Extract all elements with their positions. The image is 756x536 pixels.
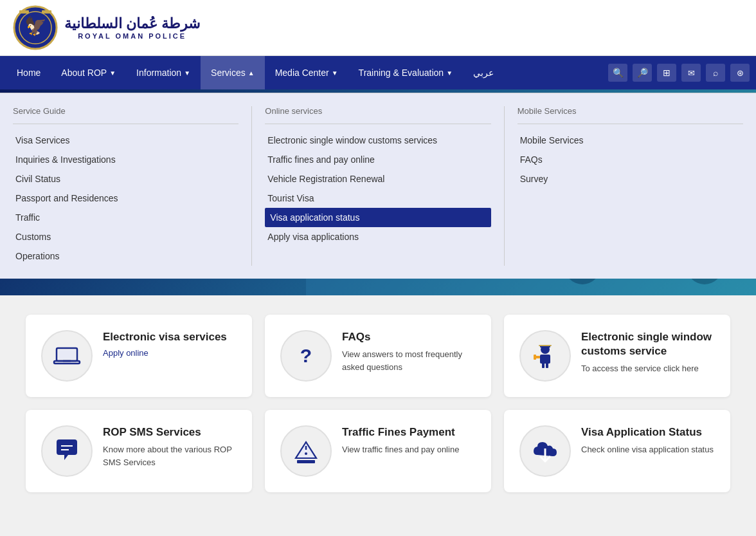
electronic-visa-info: Electronic visa services Apply online: [103, 330, 237, 358]
about-arrow-icon: ▼: [109, 69, 116, 77]
customs-title: Electronic single window customs service: [581, 330, 715, 358]
nav-information[interactable]: Information ▼: [126, 56, 201, 89]
training-arrow-icon: ▼: [446, 69, 453, 77]
sms-title: ROP SMS Services: [103, 425, 237, 439]
dropdown-col-service-guide: Service Guide Visa Services Inquiries & …: [0, 106, 252, 266]
dropdown-col2-header: Online services: [265, 106, 491, 124]
dropdown-item-civil-status[interactable]: Civil Status: [13, 169, 239, 189]
dropdown-item-faqs[interactable]: FAQs: [518, 150, 743, 169]
nav-icon-group: 🔍 🔎 ⊞ ✉ ⌕ ⊛: [608, 64, 750, 82]
chat-bubble-icon: [53, 437, 81, 465]
dropdown-item-visa-services[interactable]: Visa Services: [13, 131, 239, 150]
faqs-desc: View answers to most frequently asked qu…: [342, 348, 476, 373]
nav-home[interactable]: Home: [6, 56, 51, 89]
zoom-out-icon[interactable]: 🔎: [633, 64, 652, 82]
nav-services[interactable]: Services ▲: [201, 56, 265, 89]
media-arrow-icon: ▼: [332, 69, 338, 77]
customs-desc: To access the service click here: [581, 362, 715, 375]
info-arrow-icon: ▼: [184, 69, 190, 77]
svg-rect-22: [59, 350, 75, 359]
mail-icon[interactable]: ✉: [681, 64, 701, 82]
faqs-title: FAQs: [342, 330, 476, 344]
dropdown-item-esw-customs[interactable]: Electronic single window customs service…: [265, 131, 491, 150]
dropdown-item-vehicle-reg[interactable]: Vehicle Registration Renewal: [265, 169, 491, 189]
dropdown-col-online-services: Online services Electronic single window…: [252, 106, 504, 266]
visa-status-icon-circle: [519, 425, 571, 477]
electronic-visa-icon-circle: [41, 330, 93, 382]
police-badge-icon: 🦅: [13, 5, 58, 50]
dropdown-item-survey[interactable]: Survey: [518, 169, 743, 189]
laptop-icon: [53, 342, 81, 370]
service-card-customs: Electronic single window customs service…: [504, 315, 730, 397]
customs-officer-icon: [531, 342, 559, 370]
svg-rect-3: [19, 10, 29, 14]
svg-rect-31: [546, 363, 548, 368]
dropdown-item-apply-visa[interactable]: Apply visa applications: [265, 227, 491, 246]
svg-point-37: [305, 452, 307, 455]
site-header: 🦅 شرطة عُمان السلطانية ROYAL OMAN POLICE: [0, 0, 756, 56]
service-card-visa-status: Visa Application Status Check online vis…: [504, 410, 730, 492]
faqs-icon-circle: ?: [280, 330, 332, 382]
svg-rect-27: [540, 355, 550, 364]
dropdown-item-mobile-services[interactable]: Mobile Services: [518, 131, 743, 150]
dropdown-item-traffic[interactable]: Traffic: [13, 208, 239, 227]
svg-rect-29: [534, 355, 536, 360]
zoom-in-icon[interactable]: 🔍: [608, 64, 627, 82]
svg-rect-38: [297, 460, 315, 463]
service-card-traffic: Traffic Fines Payment View traffic fines…: [265, 410, 491, 492]
dropdown-item-inquiries[interactable]: Inquiries & Investigations: [13, 150, 239, 169]
logo-area[interactable]: 🦅 شرطة عُمان السلطانية ROYAL OMAN POLICE: [13, 5, 200, 50]
dropdown-item-tourist-visa[interactable]: Tourist Visa: [265, 189, 491, 208]
svg-text:?: ?: [300, 345, 312, 366]
dropdown-item-visa-status[interactable]: Visa application status: [265, 208, 491, 227]
dropdown-item-customs[interactable]: Customs: [13, 227, 239, 246]
nav-items: Home About ROP ▼ Information ▼ Services …: [6, 56, 608, 89]
electronic-visa-title: Electronic visa services: [103, 330, 237, 344]
service-card-sms: ROP SMS Services Know more about the var…: [26, 410, 252, 492]
services-section: Electronic visa services Apply online ? …: [0, 295, 756, 512]
rss-icon[interactable]: ⊛: [730, 64, 750, 82]
sms-info: ROP SMS Services Know more about the var…: [103, 425, 237, 468]
visa-status-desc: Check online visa application status: [581, 443, 715, 456]
services-grid: Electronic visa services Apply online ? …: [26, 315, 730, 492]
sitemap-icon[interactable]: ⊞: [657, 64, 676, 82]
dropdown-item-passport[interactable]: Passport and Residences: [13, 189, 239, 208]
sms-desc: Know more about the various ROP SMS Serv…: [103, 443, 237, 468]
dropdown-item-operations[interactable]: Operations: [13, 246, 239, 266]
sms-icon-circle: [41, 425, 93, 477]
download-cloud-icon: [531, 437, 559, 465]
electronic-visa-link[interactable]: Apply online: [103, 348, 237, 358]
nav-about-rop[interactable]: About ROP ▼: [51, 56, 126, 89]
traffic-info: Traffic Fines Payment View traffic fines…: [342, 425, 476, 456]
nav-arabic[interactable]: عربي: [463, 56, 504, 89]
svg-rect-4: [42, 10, 51, 14]
svg-text:🦅: 🦅: [24, 15, 47, 37]
traffic-desc: View traffic fines and pay online: [342, 443, 476, 456]
visa-status-title: Visa Application Status: [581, 425, 715, 439]
visa-status-info: Visa Application Status Check online vis…: [581, 425, 715, 456]
faqs-info: FAQs View answers to most frequently ask…: [342, 330, 476, 373]
dropdown-col-mobile-services: Mobile Services Mobile Services FAQs Sur…: [505, 106, 756, 266]
service-card-faqs: ? FAQs View answers to most frequently a…: [265, 315, 491, 397]
logo-arabic-text: شرطة عُمان السلطانية: [64, 15, 200, 32]
road-icon: [292, 437, 320, 465]
customs-icon-circle: [519, 330, 571, 382]
question-mark-icon: ?: [292, 342, 320, 370]
services-arrow-icon: ▲: [248, 69, 255, 77]
service-card-electronic-visa: Electronic visa services Apply online: [26, 315, 252, 397]
logo-english-text: ROYAL OMAN POLICE: [78, 32, 186, 40]
dropdown-item-traffic-fines[interactable]: Traffic fines and pay online: [265, 150, 491, 169]
services-dropdown: Service Guide Visa Services Inquiries & …: [0, 93, 756, 279]
search-icon[interactable]: ⌕: [706, 64, 725, 82]
traffic-icon-circle: [280, 425, 332, 477]
customs-info: Electronic single window customs service…: [581, 330, 715, 375]
logo-text: شرطة عُمان السلطانية ROYAL OMAN POLICE: [64, 15, 200, 40]
dropdown-col1-header: Service Guide: [13, 106, 239, 124]
svg-rect-33: [539, 345, 552, 346]
nav-training-evaluation[interactable]: Training & Evaluation ▼: [348, 56, 463, 89]
svg-rect-30: [542, 363, 544, 368]
traffic-title: Traffic Fines Payment: [342, 425, 476, 439]
nav-media-center[interactable]: Media Center ▼: [265, 56, 348, 89]
main-navbar: Home About ROP ▼ Information ▼ Services …: [0, 56, 756, 89]
dropdown-col3-header: Mobile Services: [518, 106, 743, 124]
